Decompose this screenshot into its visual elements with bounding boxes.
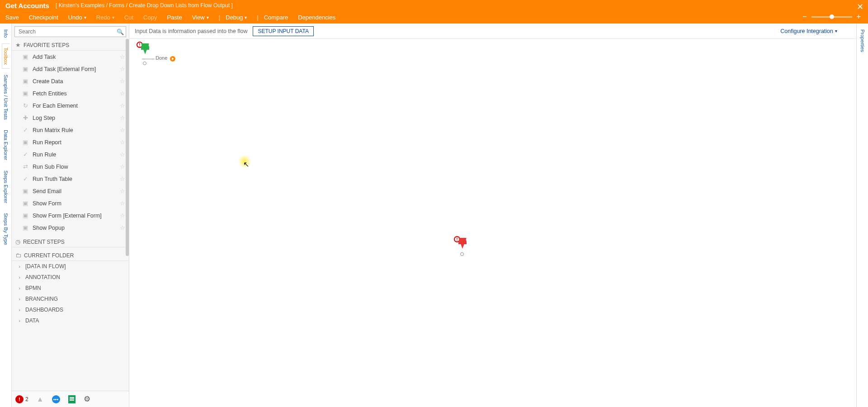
category-item[interactable]: ›DASHBOARDS bbox=[12, 304, 129, 315]
zoom-slider[interactable] bbox=[811, 16, 852, 18]
section-favorite-steps[interactable]: ★ FAVORITE STEPS bbox=[12, 39, 129, 51]
menu-redo[interactable]: Redo▾ bbox=[96, 14, 114, 21]
check-icon: ✓ bbox=[22, 127, 29, 134]
category-label: [DATA IN FLOW] bbox=[25, 263, 66, 270]
favorite-toggle[interactable]: ☆ bbox=[120, 139, 125, 146]
cube-icon: ▣ bbox=[22, 78, 29, 85]
chevron-right-icon: › bbox=[16, 285, 23, 291]
zoom-thumb[interactable] bbox=[830, 14, 834, 19]
category-item[interactable]: ›[DATA IN FLOW] bbox=[12, 261, 129, 272]
zoom-out-button[interactable]: − bbox=[802, 13, 807, 21]
menu-dependencies[interactable]: Dependencies bbox=[298, 14, 335, 21]
chevron-right-icon: › bbox=[16, 307, 23, 312]
section-current-folder[interactable]: 🗀 CURRENT FOLDER bbox=[12, 249, 129, 261]
left-tab-strip: Info Toolbox Samples / Unit Tests Data E… bbox=[0, 24, 12, 407]
favorite-toggle[interactable]: ☆ bbox=[120, 127, 125, 133]
toolbox-step[interactable]: ▣Create Data☆ bbox=[12, 75, 129, 87]
flow-connector[interactable] bbox=[142, 59, 155, 59]
toolbox-step[interactable]: ▣Add Task [External Form]☆ bbox=[12, 63, 129, 75]
search-icon[interactable]: 🔍 bbox=[117, 28, 124, 35]
favorite-toggle[interactable]: ☆ bbox=[120, 78, 125, 85]
toolbox-step[interactable]: ▣Show Popup☆ bbox=[12, 222, 129, 234]
category-item[interactable]: ›BPMN bbox=[12, 283, 129, 293]
start-pin-icon bbox=[141, 43, 149, 54]
toolbox-step[interactable]: ✓Run Truth Table☆ bbox=[12, 173, 129, 185]
setup-input-data-button[interactable]: SETUP INPUT DATA bbox=[253, 26, 313, 36]
zoom-in-button[interactable]: + bbox=[857, 13, 861, 21]
menu-paste[interactable]: Paste bbox=[167, 14, 182, 21]
tab-steps-explorer[interactable]: Steps Explorer bbox=[2, 166, 10, 207]
category-item[interactable]: ›BRANCHING bbox=[12, 293, 129, 304]
favorite-toggle[interactable]: ☆ bbox=[120, 175, 125, 182]
tab-info[interactable]: Info bbox=[2, 25, 10, 42]
menu-view[interactable]: View▾ bbox=[192, 14, 209, 21]
toolbox-tree[interactable]: ★ FAVORITE STEPS ▣Add Task☆ ▣Add Task [E… bbox=[12, 39, 129, 391]
favorite-toggle[interactable]: ☆ bbox=[120, 66, 125, 72]
settings-button[interactable]: ⚙ bbox=[84, 394, 90, 404]
step-label: Run Rule bbox=[33, 151, 56, 158]
search-input[interactable] bbox=[17, 28, 117, 36]
step-label: Show Form bbox=[33, 200, 61, 207]
chevron-down-icon: ▾ bbox=[207, 15, 209, 20]
comments-button[interactable]: ••• bbox=[52, 395, 60, 403]
category-item[interactable]: ›ANNOTATION bbox=[12, 272, 129, 283]
toolbox-step[interactable]: ✓Run Matrix Rule☆ bbox=[12, 124, 129, 136]
menu-checkpoint[interactable]: Checkpoint bbox=[29, 14, 58, 21]
favorite-toggle[interactable]: ☆ bbox=[120, 114, 125, 121]
category-label: BRANCHING bbox=[25, 296, 58, 302]
toolbox-step[interactable]: ▣Fetch Entities☆ bbox=[12, 87, 129, 99]
category-item[interactable]: ›DATA bbox=[12, 315, 129, 326]
node-port[interactable] bbox=[460, 252, 464, 256]
favorite-toggle[interactable]: ☆ bbox=[120, 224, 125, 231]
canvas-area: Input Data is information passed into th… bbox=[129, 24, 856, 407]
toolbox-step[interactable]: ▣Add Task☆ bbox=[12, 51, 129, 63]
tab-data-explorer[interactable]: Data Explorer bbox=[2, 126, 10, 164]
favorite-toggle[interactable]: ☆ bbox=[120, 90, 125, 97]
flow-icon: ⇄ bbox=[22, 163, 29, 170]
zoom-controls: − + bbox=[800, 13, 863, 21]
favorite-toggle[interactable]: ☆ bbox=[120, 200, 125, 207]
menu-compare[interactable]: Compare bbox=[264, 14, 288, 21]
toolbox-step[interactable]: ▣Send Email☆ bbox=[12, 185, 129, 197]
close-button[interactable]: ✕ bbox=[857, 2, 863, 12]
tab-steps-by-type[interactable]: Steps By Type bbox=[2, 209, 10, 249]
search-container: 🔍 bbox=[12, 24, 129, 39]
toolbox-step[interactable]: ↻For Each Element☆ bbox=[12, 99, 129, 112]
scrollbar[interactable] bbox=[126, 39, 129, 256]
documentation-button[interactable] bbox=[68, 395, 75, 403]
menu-undo[interactable]: Undo▾ bbox=[68, 14, 86, 21]
start-node[interactable]: ! bbox=[138, 43, 149, 54]
end-node[interactable]: ! bbox=[456, 238, 467, 249]
connector-endpoint[interactable] bbox=[170, 56, 175, 62]
page-title: Get Accounts bbox=[5, 2, 49, 9]
favorite-toggle[interactable]: ☆ bbox=[120, 212, 125, 219]
section-recent-steps[interactable]: ◷ RECENT STEPS bbox=[12, 236, 129, 247]
step-label: Add Task bbox=[33, 54, 56, 60]
flow-canvas[interactable]: ! Done ! ↖ bbox=[129, 39, 856, 407]
tab-properties[interactable]: Properties bbox=[859, 25, 867, 56]
favorite-toggle[interactable]: ☆ bbox=[120, 102, 125, 109]
menu-save[interactable]: Save bbox=[5, 14, 19, 21]
menu-debug[interactable]: Debug▾ bbox=[226, 14, 247, 21]
tab-samples[interactable]: Samples / Unit Tests bbox=[2, 71, 10, 124]
cube-icon: ▣ bbox=[22, 200, 29, 207]
favorite-toggle[interactable]: ☆ bbox=[120, 163, 125, 170]
toolbox-step[interactable]: ▣Show Form [External Form]☆ bbox=[12, 209, 129, 222]
menu-cut[interactable]: Cut bbox=[124, 14, 133, 21]
toolbox-step[interactable]: ▣Run Report☆ bbox=[12, 136, 129, 148]
favorite-toggle[interactable]: ☆ bbox=[120, 188, 125, 194]
node-port[interactable] bbox=[143, 62, 146, 65]
favorite-toggle[interactable]: ☆ bbox=[120, 151, 125, 158]
step-label: Fetch Entities bbox=[33, 90, 67, 97]
check-icon: ✓ bbox=[22, 151, 29, 158]
favorite-toggle[interactable]: ☆ bbox=[120, 53, 125, 60]
configure-integration-link[interactable]: Configure Integration ▾ bbox=[780, 28, 837, 34]
toolbox-step[interactable]: ⇄Run Sub Flow☆ bbox=[12, 161, 129, 173]
tab-toolbox[interactable]: Toolbox bbox=[2, 43, 10, 69]
warnings-button[interactable]: ▲ bbox=[37, 395, 44, 403]
errors-button[interactable]: ! 2 bbox=[15, 395, 28, 403]
toolbox-step[interactable]: ✚Log Step☆ bbox=[12, 112, 129, 124]
menu-copy[interactable]: Copy bbox=[143, 14, 157, 21]
toolbox-step[interactable]: ✓Run Rule☆ bbox=[12, 148, 129, 161]
toolbox-step[interactable]: ▣Show Form☆ bbox=[12, 197, 129, 209]
